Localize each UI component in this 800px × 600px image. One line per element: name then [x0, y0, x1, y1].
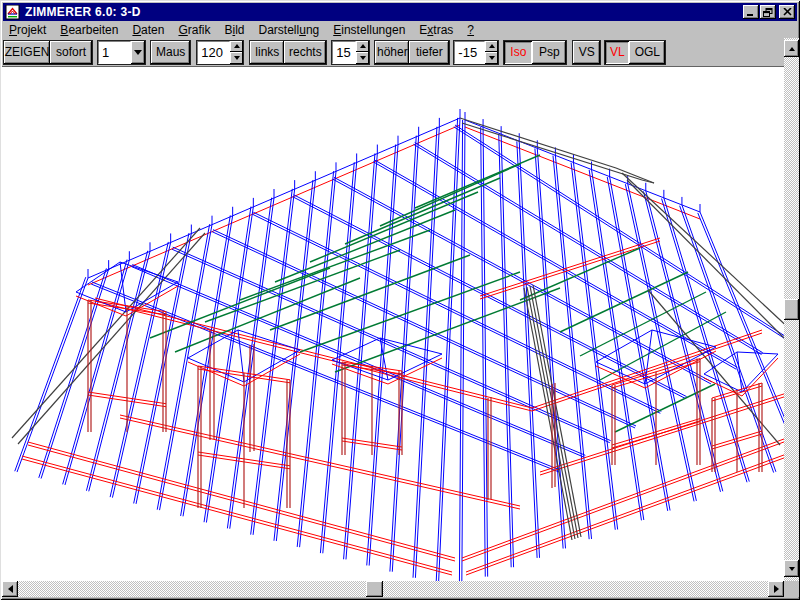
menu-item-2[interactable]: Daten — [125, 22, 171, 38]
vl-toggle[interactable]: VL — [605, 41, 629, 64]
menu-item-3[interactable]: Grafik — [171, 22, 217, 38]
app-icon — [5, 5, 21, 20]
ogl-toggle[interactable]: OGL — [629, 41, 665, 64]
rotate-spin-up[interactable] — [230, 41, 243, 53]
roof-wireframe — [2, 67, 784, 581]
rechts-button[interactable]: rechts — [284, 41, 326, 64]
menu-item-1[interactable]: Bearbeiten — [53, 22, 125, 38]
scroll-left-button[interactable] — [2, 581, 18, 597]
rotate-buttons-group: links rechts — [249, 40, 327, 65]
tilt-spin-down[interactable] — [356, 52, 369, 64]
zeigen-button[interactable]: ZEIGEN — [4, 41, 50, 64]
tilt-value-field[interactable]: 15 — [332, 41, 356, 64]
close-button[interactable] — [779, 5, 795, 19]
height-spinner: -15 — [453, 40, 499, 65]
height-value-field[interactable]: -15 — [454, 41, 485, 64]
menu-item-7[interactable]: Extras — [412, 22, 460, 38]
tilt-buttons-group: höher tiefer — [374, 40, 450, 65]
spin-down-icon — [234, 56, 240, 60]
show-group: ZEIGEN sofort — [3, 40, 93, 65]
spin-down-icon — [489, 56, 495, 60]
horizontal-scrollbar[interactable] — [2, 581, 784, 597]
restore-icon — [763, 8, 773, 17]
vs-group: VS — [572, 40, 601, 65]
vertical-scrollbar[interactable] — [784, 38, 799, 581]
scrollbar-corner — [784, 581, 799, 597]
horizontal-scroll-thumb[interactable] — [366, 581, 383, 597]
toolbar: ZEIGEN sofort 1 Maus 120 links rechts 15 — [2, 38, 784, 67]
tilt-spin-up[interactable] — [356, 41, 369, 53]
app-window: ZIMMERER 6.0: 3-D ProjektBearbeitenDate — [0, 0, 800, 600]
menu-item-0[interactable]: Projekt — [2, 22, 53, 38]
menu-item-8[interactable]: ? — [460, 22, 481, 38]
minimize-button[interactable] — [743, 5, 759, 19]
scroll-right-icon — [774, 585, 779, 593]
tilt-spinner: 15 — [331, 40, 370, 65]
scroll-up-icon — [789, 47, 795, 51]
sofort-button[interactable]: sofort — [50, 41, 92, 64]
rotate-spinner: 120 — [196, 40, 244, 65]
vertical-scroll-thumb[interactable] — [784, 299, 799, 320]
hoeher-button[interactable]: höher — [375, 41, 409, 64]
layer-combo-button[interactable] — [131, 41, 145, 64]
height-spin-down[interactable] — [485, 52, 498, 64]
scroll-down-icon — [789, 567, 795, 571]
tiefer-button[interactable]: tiefer — [409, 41, 449, 64]
window-title: ZIMMERER 6.0: 3-D — [25, 5, 141, 19]
scroll-right-button[interactable] — [768, 581, 784, 597]
title-bar: ZIMMERER 6.0: 3-D — [3, 3, 797, 21]
chevron-down-icon — [134, 50, 142, 55]
scroll-down-button[interactable] — [784, 560, 799, 577]
maus-button[interactable]: Maus — [151, 41, 190, 64]
spin-up-icon — [489, 44, 495, 48]
height-spin-up[interactable] — [485, 41, 498, 53]
rotate-spin-down[interactable] — [230, 52, 243, 64]
scroll-left-icon — [8, 585, 13, 593]
close-icon — [783, 8, 792, 16]
menu-item-4[interactable]: Bild — [217, 22, 251, 38]
layer-select-value[interactable]: 1 — [98, 41, 131, 64]
menu-bar: ProjektBearbeitenDatenGrafikBildDarstell… — [2, 22, 798, 38]
scroll-up-button[interactable] — [784, 40, 799, 57]
minimize-icon — [746, 8, 756, 17]
projection-group: Iso Psp — [503, 40, 567, 65]
rotate-value-field[interactable]: 120 — [197, 41, 230, 64]
vs-toggle[interactable]: VS — [573, 41, 600, 64]
restore-button[interactable] — [760, 5, 776, 19]
spin-up-icon — [360, 44, 366, 48]
layer-combo-group: 1 — [97, 40, 146, 65]
spin-up-icon — [234, 44, 240, 48]
psp-toggle[interactable]: Psp — [532, 41, 566, 64]
menu-item-5[interactable]: Darstellung — [252, 22, 327, 38]
drawing-canvas[interactable] — [2, 67, 784, 581]
maus-group: Maus — [150, 40, 191, 65]
iso-toggle[interactable]: Iso — [504, 41, 532, 64]
menu-item-6[interactable]: Einstellungen — [326, 22, 412, 38]
render-mode-group: VL OGL — [604, 40, 666, 65]
links-button[interactable]: links — [250, 41, 284, 64]
spin-down-icon — [360, 56, 366, 60]
